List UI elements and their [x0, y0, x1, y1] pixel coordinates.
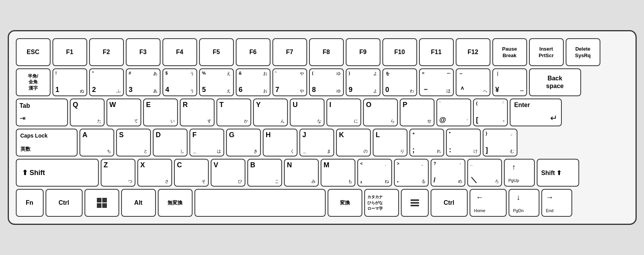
key-h[interactable]: H く — [263, 129, 297, 156]
key-i[interactable]: I に — [326, 99, 361, 126]
key-f7[interactable]: F7 — [272, 38, 307, 66]
key-n[interactable]: N み — [284, 159, 319, 187]
key-4[interactable]: $う 4 う — [162, 68, 197, 96]
key-menu[interactable] — [401, 189, 429, 217]
key-d[interactable]: D し — [153, 129, 188, 156]
key-tab[interactable]: Tab ⇥ — [16, 99, 68, 126]
key-f11[interactable]: F11 — [419, 38, 454, 66]
key-bracket-left[interactable]: {「 [ ° — [473, 99, 508, 126]
key-bracket-right[interactable]: }」 ] む — [483, 129, 517, 156]
key-enter[interactable]: Enter ↵ — [510, 99, 562, 126]
windows-icon — [96, 197, 107, 208]
key-a[interactable]: A ち — [79, 129, 114, 156]
key-x[interactable]: X さ — [137, 159, 172, 187]
key-e[interactable]: E い — [143, 99, 178, 126]
key-y[interactable]: Y ん — [253, 99, 288, 126]
svg-rect-5 — [411, 202, 419, 204]
key-semicolon[interactable]: + ; れ — [409, 129, 444, 156]
key-ctrl-right[interactable]: Ctrl — [431, 189, 468, 217]
key-at[interactable]: ` @ ゛ — [436, 99, 471, 126]
key-s[interactable]: S と — [116, 129, 151, 156]
key-g[interactable]: G き — [226, 129, 261, 156]
zxcv-row: ⬆ Shift Z つ X さ C そ V ひ — [16, 159, 629, 187]
key-colon[interactable]: * : け — [446, 129, 481, 156]
key-t[interactable]: T か — [216, 99, 251, 126]
key-5[interactable]: %え 5 え — [199, 68, 234, 96]
key-henkan[interactable]: 変換 — [328, 189, 362, 217]
asdf-row: Caps Lock 英数 A ち S と D し F — [16, 129, 629, 156]
function-row: ESC F1 F2 F3 F4 F5 F6 F7 F8 F9 F10 F11 F… — [16, 38, 629, 66]
key-f1[interactable]: F1 — [52, 38, 87, 66]
key-k[interactable]: K の — [336, 129, 371, 156]
key-7[interactable]: 'や 7 や — [272, 68, 307, 96]
key-8[interactable]: (ゆ 8 ゆ — [309, 68, 344, 96]
key-f6[interactable]: F6 — [236, 38, 270, 66]
key-f12[interactable]: F12 — [456, 38, 490, 66]
number-row: 半角/ 全角 漢字 ! 1 ぬ " 2 ふ — [16, 68, 629, 96]
key-j[interactable]: J ＿ ま — [299, 129, 334, 156]
key-q[interactable]: Q た — [70, 99, 105, 126]
key-muhenkan[interactable]: 無変換 — [158, 189, 193, 217]
key-m[interactable]: M も — [321, 159, 355, 187]
key-3[interactable]: #あ 3 あ — [126, 68, 161, 96]
key-right-end[interactable]: → End — [541, 189, 572, 217]
svg-rect-3 — [102, 203, 107, 208]
key-f-letter[interactable]: F ＿ は — [189, 129, 224, 156]
key-c[interactable]: C そ — [174, 159, 209, 187]
key-f4[interactable]: F4 — [162, 38, 197, 66]
key-alt[interactable]: Alt — [121, 189, 156, 217]
key-p[interactable]: P せ — [400, 99, 434, 126]
key-backspace[interactable]: Back space — [529, 68, 581, 96]
key-9[interactable]: )よ 9 よ — [346, 68, 380, 96]
key-fn[interactable]: Fn — [16, 189, 44, 217]
key-0[interactable]: を 0 わ — [382, 68, 417, 96]
key-delete[interactable]: Delete SysRq — [566, 38, 600, 66]
key-2[interactable]: " 2 ふ — [89, 68, 124, 96]
svg-rect-4 — [411, 199, 419, 201]
key-6[interactable]: &お 6 お — [236, 68, 270, 96]
key-f9[interactable]: F9 — [346, 38, 380, 66]
key-caret[interactable]: ～ ＾ へ — [456, 68, 490, 96]
key-ctrl-left[interactable]: Ctrl — [46, 189, 83, 217]
key-minus[interactable]: =ー － ほ — [419, 68, 454, 96]
key-z[interactable]: Z つ — [101, 159, 135, 187]
key-backslash2[interactable]: _ ＼ ろ — [467, 159, 502, 187]
key-l[interactable]: L り — [373, 129, 407, 156]
key-u[interactable]: U な — [290, 99, 325, 126]
key-pause[interactable]: Pause Break — [492, 38, 527, 66]
key-yen[interactable]: ｜ ¥ ー — [492, 68, 527, 96]
key-katakana[interactable]: カタカナ ひらがな ローマ字 — [364, 189, 399, 217]
key-down-pgdn[interactable]: ↓ PgDn — [509, 189, 539, 217]
key-shift-right[interactable]: Shift ⬆ — [537, 159, 579, 187]
key-f3[interactable]: F3 — [126, 38, 161, 66]
key-r[interactable]: R す — [180, 99, 215, 126]
key-esc[interactable]: ESC — [16, 38, 51, 66]
qwerty-row: Tab ⇥ Q た W て E い R す — [16, 99, 629, 126]
key-shift-left[interactable]: ⬆ Shift — [16, 159, 99, 187]
key-left-home[interactable]: ← Home — [470, 189, 507, 217]
key-hankaku[interactable]: 半角/ 全角 漢字 — [16, 68, 51, 96]
key-w[interactable]: W て — [106, 99, 141, 126]
key-f2[interactable]: F2 — [89, 38, 124, 66]
key-comma[interactable]: <、 , ね — [357, 159, 392, 187]
key-1[interactable]: ! 1 ぬ — [52, 68, 87, 96]
menu-icon — [410, 199, 420, 207]
key-b[interactable]: B こ — [247, 159, 282, 187]
key-space[interactable] — [194, 189, 326, 217]
svg-rect-2 — [97, 203, 101, 208]
key-period[interactable]: >。 . る — [394, 159, 429, 187]
key-v[interactable]: V ひ — [211, 159, 245, 187]
key-slash[interactable]: ?・ / め — [431, 159, 465, 187]
key-insert[interactable]: Insert PrtScr — [529, 38, 564, 66]
key-up-pgup[interactable]: ↑ PgUp — [504, 159, 535, 187]
keyboard: ESC F1 F2 F3 F4 F5 F6 F7 F8 F9 F10 F11 F… — [8, 30, 637, 225]
svg-rect-0 — [97, 198, 101, 202]
key-f5[interactable]: F5 — [199, 38, 234, 66]
key-win[interactable] — [85, 189, 119, 217]
key-f10[interactable]: F10 — [382, 38, 417, 66]
key-capslock[interactable]: Caps Lock 英数 — [16, 129, 78, 156]
svg-rect-1 — [102, 198, 107, 202]
key-o[interactable]: O ら — [363, 99, 398, 126]
key-f8[interactable]: F8 — [309, 38, 344, 66]
bottom-row: Fn Ctrl Alt 無変換 変換 — [16, 189, 629, 217]
